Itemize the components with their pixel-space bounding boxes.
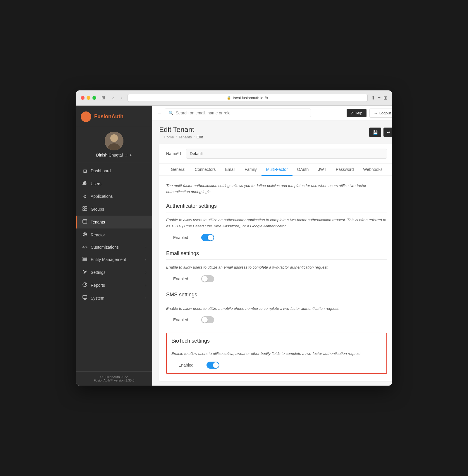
close-button[interactable] — [81, 96, 85, 100]
help-icon: ? — [351, 111, 353, 115]
email-toggle[interactable] — [201, 275, 214, 282]
entity-management-icon — [82, 257, 88, 262]
content-card: Name* ℹ General Connectors Email Family … — [159, 144, 392, 381]
chevron-right-icon: › — [145, 296, 146, 300]
sms-toggle[interactable] — [201, 316, 214, 323]
avatar — [105, 132, 123, 150]
email-title: Email settings — [166, 250, 387, 260]
tab-webhooks[interactable]: Webhooks — [359, 164, 387, 176]
maximize-button[interactable] — [92, 96, 96, 100]
tab-connectors[interactable]: Connectors — [190, 164, 221, 176]
browser-actions: ⬆ + ⊞ — [371, 95, 387, 101]
tab-oauth[interactable]: OAuth — [292, 164, 314, 176]
authenticator-description: Enable to allow users to utilize an auth… — [166, 217, 387, 229]
customizations-icon: </> — [82, 245, 88, 249]
biotech-enabled-label: Enabled — [178, 363, 202, 367]
sms-title: SMS settings — [166, 292, 387, 301]
biotech-toggle[interactable] — [207, 362, 219, 369]
logo-icon — [81, 111, 91, 122]
sidebar-item-users[interactable]: Users — [76, 177, 152, 190]
tab-email[interactable]: Email — [220, 164, 240, 176]
hamburger-button[interactable]: ≡ — [158, 110, 161, 116]
breadcrumb-current: Edit — [196, 135, 203, 139]
sidebar-item-reports[interactable]: Reports › — [76, 279, 152, 292]
tabs-button[interactable]: ⊞ — [383, 95, 387, 101]
new-tab-button[interactable]: + — [378, 95, 381, 100]
intro-text: The multi-factor authentication settings… — [166, 183, 387, 195]
authenticator-toggle[interactable] — [201, 234, 214, 241]
svg-rect-11 — [85, 207, 87, 208]
logout-icon: → — [374, 111, 378, 115]
tab-jwt[interactable]: JWT — [313, 164, 331, 176]
sidebar-item-reactor[interactable]: Reactor — [76, 228, 152, 241]
biotech-settings: BioTech settings Enable to allow users t… — [166, 333, 387, 374]
email-enabled-label: Enabled — [173, 276, 197, 281]
sidebar-item-groups[interactable]: Groups — [76, 203, 152, 216]
back-button[interactable]: ↩ — [383, 128, 392, 137]
address-bar[interactable]: 🔒 local.fusionauth.io ↻ — [128, 94, 368, 102]
authenticator-toggle-row: Enabled — [166, 234, 387, 241]
breadcrumb-tenants[interactable]: Tenants — [178, 135, 192, 139]
breadcrumb-home[interactable]: Home — [164, 135, 174, 139]
tab-multi-factor[interactable]: Multi-Factor — [261, 164, 292, 176]
share-button[interactable]: ⬆ — [371, 95, 375, 101]
tab-password[interactable]: Password — [331, 164, 358, 176]
sms-toggle-row: Enabled — [166, 316, 387, 323]
tabs: General Connectors Email Family Multi-Fa… — [159, 164, 392, 176]
search-input[interactable] — [176, 111, 307, 115]
sidebar-item-label: Entity Management — [91, 257, 126, 262]
logout-button[interactable]: → Logout — [369, 109, 392, 118]
app-layout: FusionAuth Dinish Chugtai — [76, 106, 392, 386]
svg-rect-24 — [83, 260, 87, 261]
tab-general[interactable]: General — [166, 164, 190, 176]
sidebar-item-settings[interactable]: Settings › — [76, 266, 152, 279]
minimize-button[interactable] — [87, 96, 90, 100]
save-button[interactable]: 💾 — [369, 128, 381, 137]
logo-text: FusionAuth — [94, 114, 123, 120]
back-button[interactable]: ‹ — [111, 95, 116, 101]
sidebar-item-label: Customizations — [91, 245, 119, 250]
biotech-thumb — [213, 362, 219, 368]
sidebar: FusionAuth Dinish Chugtai — [76, 106, 152, 386]
svg-point-2 — [85, 116, 87, 118]
biotech-description: Enable to allow users to utilize saliva,… — [171, 351, 382, 357]
name-row: Name* ℹ — [159, 144, 392, 164]
main-content: Edit Tenant Home / Tenants / Edit 💾 ↩ — [152, 121, 392, 386]
sidebar-item-entity-management[interactable]: Entity Management › — [76, 253, 152, 266]
breadcrumb: Home / Tenants / Edit — [164, 135, 203, 139]
svg-rect-13 — [85, 209, 87, 211]
info-icon: ℹ — [180, 152, 181, 156]
nav-menu: ⊞ Dashboard Users ⚙ — [76, 162, 152, 372]
forward-button[interactable]: › — [119, 95, 124, 101]
name-label: Name* ℹ — [166, 151, 181, 156]
reactor-icon — [82, 232, 88, 238]
sidebar-item-label: Reactor — [91, 233, 105, 237]
search-box[interactable]: 🔍 — [165, 109, 311, 117]
biotech-toggle-row: Enabled — [171, 362, 382, 369]
page-title: Edit Tenant — [159, 126, 203, 134]
traffic-lights — [81, 96, 96, 100]
user-location-icon: ➤ — [129, 153, 132, 157]
email-track — [201, 275, 214, 282]
name-input[interactable] — [186, 149, 387, 159]
sidebar-footer: © FusionAuth 2022 FusionAuth™ version 1.… — [76, 371, 152, 386]
page-actions: 💾 ↩ — [369, 128, 392, 137]
help-button[interactable]: ? Help — [347, 109, 367, 117]
dashboard-icon: ⊞ — [82, 168, 88, 174]
groups-icon — [82, 206, 88, 212]
svg-point-6 — [110, 134, 118, 142]
sms-track — [201, 316, 214, 323]
svg-rect-27 — [83, 295, 87, 298]
email-description: Enable to allow users to utilize an emai… — [166, 264, 387, 271]
sidebar-item-system[interactable]: System › — [76, 292, 152, 305]
sidebar-item-dashboard[interactable]: ⊞ Dashboard — [76, 165, 152, 177]
sidebar-toggle-button[interactable]: ⊞ — [100, 94, 107, 101]
refresh-icon[interactable]: ↻ — [265, 96, 268, 100]
sidebar-item-tenants[interactable]: Tenants — [76, 216, 152, 228]
sidebar-item-customizations[interactable]: </> Customizations › — [76, 241, 152, 253]
footer-line1: © FusionAuth 2022 — [81, 375, 147, 379]
sidebar-item-applications[interactable]: ⚙ Applications — [76, 190, 152, 203]
sidebar-item-label: Dashboard — [91, 169, 111, 173]
authenticator-title: Authenticator settings — [166, 203, 387, 212]
tab-family[interactable]: Family — [240, 164, 261, 176]
